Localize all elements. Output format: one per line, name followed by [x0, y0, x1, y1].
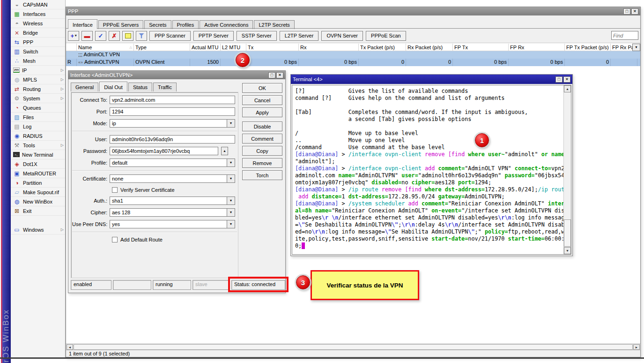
terminal-titlebar[interactable]: Terminal <4> □ ✕ [291, 75, 572, 84]
disable-button[interactable]: ✗ [109, 31, 120, 41]
scroll-right-icon[interactable]: ► [633, 344, 640, 350]
field-input-user[interactable]: adminolt0hr6o13v96adq9n [110, 135, 235, 144]
sidebar-item-tools[interactable]: ⚒Tools▷ [11, 141, 65, 150]
column-header-type[interactable]: Type [134, 44, 190, 51]
horizontal-scrollbar[interactable]: ◄ ► [66, 343, 640, 350]
comment-button[interactable] [122, 31, 133, 41]
scroll-down-icon[interactable]: ▼ [564, 247, 571, 254]
ok-button[interactable]: OK [242, 83, 282, 93]
comment-button[interactable]: Comment [242, 134, 282, 144]
apply-button[interactable]: Apply [242, 107, 282, 117]
copy-button[interactable]: Copy [242, 146, 282, 156]
field-input-mode[interactable]: ip [110, 119, 227, 128]
field-input-profile[interactable]: default [110, 159, 227, 167]
dialog-tab-traffic[interactable]: Traffic [153, 83, 177, 91]
scrollbar-thumb[interactable] [564, 219, 571, 247]
field-input-connect-to[interactable]: vpn2.adminolt.com [110, 96, 235, 104]
sidebar-item-new-terminal[interactable]: >_New Terminal [11, 150, 65, 159]
column-header-flag[interactable] [66, 44, 77, 51]
find-input[interactable] [611, 31, 638, 40]
sidebar-item-make-supout-rif[interactable]: ▱Make Supout.rif [11, 188, 65, 197]
tab-interface[interactable]: Interface [68, 19, 97, 29]
dropdown-button[interactable]: ▼ [227, 208, 235, 217]
sidebar-item-switch[interactable]: ▥Switch [11, 47, 65, 56]
dropdown-button[interactable]: ▼ [227, 197, 235, 205]
scrollbar-thumb[interactable] [74, 344, 633, 350]
sidebar-item-ppp[interactable]: ⇆PPP [11, 38, 65, 47]
sidebar-item-wireless[interactable]: ◓Wireless [11, 19, 65, 28]
scroll-left-icon[interactable]: ◄ [67, 344, 73, 350]
column-header-rx[interactable]: Rx [299, 44, 359, 51]
maximize-icon[interactable]: □ [555, 76, 563, 83]
close-icon[interactable]: ✕ [276, 72, 283, 78]
field-input-cipher[interactable]: aes 128 [110, 208, 227, 217]
field-add-default-route[interactable]: Add Default Route [112, 236, 235, 243]
sidebar-item-files[interactable]: ▨Files [11, 113, 65, 122]
sstp-server-button[interactable]: SSTP Server [237, 31, 277, 41]
column-header-tx-packet-p-s[interactable]: Tx Packet (p/s) [359, 44, 406, 51]
close-icon[interactable]: ✕ [631, 8, 638, 15]
scroll-up-icon[interactable]: ▲ [564, 85, 571, 92]
sidebar-item-log[interactable]: ▤Log [11, 122, 65, 131]
sidebar-item-mesh[interactable]: ∴Mesh [11, 56, 65, 66]
column-menu-icon[interactable]: ▼ [632, 44, 640, 51]
field-input-port[interactable]: 1294 [110, 107, 235, 116]
pppoe-scan-button[interactable]: PPPoE Scan [366, 31, 406, 41]
column-header-fp-rx[interactable]: FP Rx [509, 44, 565, 51]
maximize-icon[interactable]: □ [268, 72, 275, 78]
column-header-l2-mtu[interactable]: L2 MTU [221, 44, 246, 51]
column-header-fp-tx-packet-p-s[interactable]: FP Tx Packet (p/s) [565, 44, 611, 51]
sidebar-item-windows[interactable]: ▭Windows▷ [11, 225, 65, 234]
ppp-scanner-button[interactable]: PPP Scanner [149, 31, 191, 41]
dropdown-button[interactable]: ▼ [227, 174, 235, 183]
torch-button[interactable]: Torch [242, 170, 282, 180]
table-row-interface[interactable]: R«»AdminOLTVPNOVPN Client15000 bps0 bps0… [66, 59, 640, 66]
sidebar-item-interfaces[interactable]: ▦Interfaces [11, 9, 65, 19]
cancel-button[interactable]: Cancel [242, 95, 282, 105]
checkbox-unchecked-icon[interactable] [112, 237, 118, 242]
pptp-server-button[interactable]: PPTP Server [193, 31, 234, 41]
dialog-tab-status[interactable]: Status [128, 83, 152, 91]
sidebar-item-capsman[interactable]: ◒CAPsMAN [11, 0, 65, 9]
ovpn-server-button[interactable]: OVPN Server [321, 31, 363, 41]
field-verify-server-certificate[interactable]: Verify Server Certificate [112, 186, 235, 193]
sidebar-item-metarouter[interactable]: ▣MetaROUTER [11, 169, 65, 178]
hide-password-button[interactable]: ▲ [221, 147, 228, 155]
add-button[interactable]: +▾ [68, 31, 79, 41]
filter-button[interactable] [136, 31, 147, 41]
column-header-name[interactable]: Name△ [77, 44, 134, 51]
field-input-auth[interactable]: sha1 [110, 197, 227, 205]
dropdown-button[interactable]: ▼ [227, 220, 235, 228]
column-header-actual-mtu[interactable]: Actual MTU [190, 44, 221, 51]
sidebar-item-mpls[interactable]: ◍MPLS▷ [11, 75, 65, 84]
sidebar-item-queues[interactable]: ◔Queues [11, 103, 65, 113]
table-row-comment[interactable]: ;;; AdminOLT VPN [66, 51, 640, 59]
sidebar-item-new-winbox[interactable]: ◍New WinBox [11, 197, 65, 206]
sidebar-item-system[interactable]: ⚙System▷ [11, 94, 65, 103]
remove-button[interactable]: Remove [242, 158, 282, 168]
disable-button[interactable]: Disable [242, 121, 282, 131]
field-input-certificate[interactable]: none [110, 174, 227, 183]
dropdown-button[interactable]: ▼ [227, 119, 235, 128]
field-input-use-peer-dns[interactable]: yes [110, 220, 227, 228]
sidebar-item-routing[interactable]: ⇄Routing▷ [11, 84, 65, 94]
maximize-icon[interactable]: □ [623, 8, 630, 15]
sidebar-item-ip[interactable]: 255IP▷ [11, 66, 65, 75]
column-header-fp-tx[interactable]: FP Tx [453, 44, 509, 51]
sidebar-item-partition[interactable]: ◑Partition [11, 178, 65, 188]
sidebar-item-bridge[interactable]: ⨯Bridge [11, 28, 65, 38]
checkbox-unchecked-icon[interactable] [112, 187, 118, 193]
dialog-titlebar[interactable]: Interface <AdminOLTVPN> □ ✕ [68, 71, 285, 79]
dialog-tab-general[interactable]: General [71, 83, 98, 91]
close-icon[interactable]: ✕ [563, 76, 570, 83]
sidebar-item-dot1x[interactable]: ◈Dot1X [11, 159, 65, 169]
enable-button[interactable]: ✓ [95, 31, 106, 41]
ppp-window-titlebar[interactable]: PPP □ ✕ [66, 7, 640, 15]
field-input-password[interactable]: 06jbsx54fomtojxm1ay807rje0vcbq [110, 147, 218, 155]
remove-button[interactable]: ▬ [81, 31, 93, 41]
l2tp-server-button[interactable]: L2TP Server [280, 31, 319, 41]
vertical-scrollbar[interactable]: ▲ ▼ [563, 85, 571, 254]
dialog-tab-dial-out[interactable]: Dial Out [99, 82, 127, 91]
dropdown-button[interactable]: ▼ [227, 159, 235, 167]
sidebar-item-exit[interactable]: ⊠Exit [11, 206, 65, 216]
